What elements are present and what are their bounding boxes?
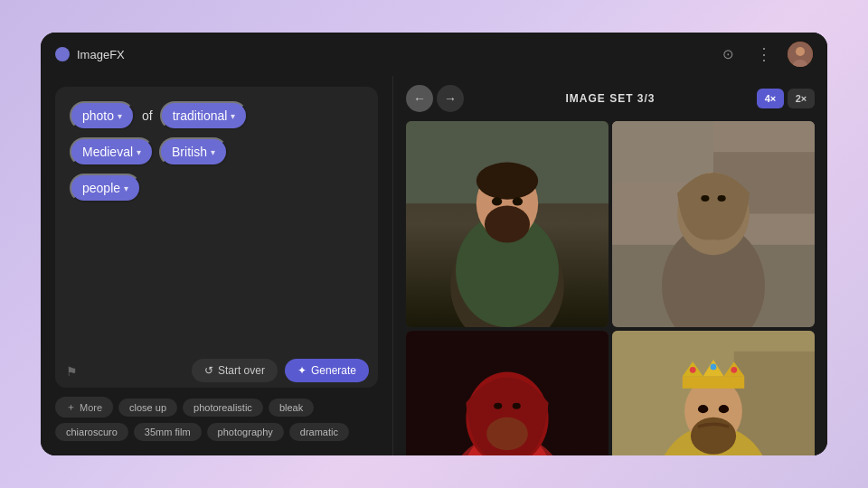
main-content: photo ▾ of traditional ▾ Medieval ▾	[41, 76, 827, 455]
chip-medieval[interactable]: Medieval ▾	[70, 137, 154, 166]
start-over-icon: ↺	[204, 364, 213, 377]
prompt-row-2: Medieval ▾ British ▾	[70, 137, 363, 166]
more-options-button[interactable]: ⋮	[751, 42, 777, 67]
help-button[interactable]: ⊙	[715, 42, 741, 67]
tags-row: ＋ More close up photorealistic bleak chi…	[55, 388, 378, 445]
app-title: ImageFX	[77, 48, 125, 61]
image-grid	[406, 121, 815, 455]
svg-point-1	[796, 47, 805, 56]
next-icon: →	[444, 91, 457, 106]
flag-button[interactable]: ⚑	[66, 364, 78, 379]
people-dropdown-icon: ▾	[124, 183, 128, 193]
photo-dropdown-icon: ▾	[118, 111, 122, 121]
svg-point-45	[698, 405, 708, 413]
start-over-button[interactable]: ↺ Start over	[192, 359, 278, 382]
image-3-content	[406, 331, 609, 455]
svg-point-9	[476, 163, 538, 200]
svg-point-27	[486, 418, 528, 450]
svg-point-46	[719, 405, 729, 413]
view-4x-button[interactable]: 4×	[757, 89, 784, 108]
image-4-content	[612, 331, 815, 455]
svg-point-12	[485, 205, 530, 242]
image-set-label: IMAGE SET 3/3	[565, 92, 655, 105]
svg-point-21	[718, 195, 726, 202]
right-panel: ← → IMAGE SET 3/3 4× 2×	[393, 76, 827, 455]
chip-photo[interactable]: photo ▾	[70, 101, 135, 130]
prompt-row-1: photo ▾ of traditional ▾	[70, 101, 363, 130]
header: ImageFX ⊙ ⋮	[41, 33, 827, 76]
tag-chiaroscuro[interactable]: chiaroscuro	[55, 423, 128, 441]
svg-point-11	[513, 197, 523, 205]
image-4[interactable]	[612, 331, 815, 455]
tag-35mm-film[interactable]: 35mm film	[134, 423, 202, 441]
tag-close-up[interactable]: close up	[118, 399, 177, 417]
image-2-content	[612, 121, 815, 327]
svg-point-43	[731, 367, 737, 373]
generate-button[interactable]: ✦ Generate	[285, 359, 369, 382]
svg-point-20	[701, 195, 709, 202]
prev-icon: ←	[413, 91, 426, 106]
help-icon: ⊙	[722, 46, 734, 62]
chip-traditional[interactable]: traditional ▾	[160, 101, 249, 130]
prompt-area: photo ▾ of traditional ▾ Medieval ▾	[55, 87, 378, 388]
flag-icon: ⚑	[66, 364, 78, 379]
svg-rect-15	[612, 121, 713, 183]
avatar[interactable]	[788, 42, 813, 67]
image-3[interactable]	[406, 331, 609, 455]
of-static: of	[140, 103, 155, 128]
image-1-content	[406, 121, 609, 327]
svg-point-28	[494, 403, 502, 409]
chip-people[interactable]: people ▾	[70, 174, 141, 202]
image-set-header: ← → IMAGE SET 3/3 4× 2×	[406, 85, 815, 112]
image-2[interactable]	[612, 121, 815, 327]
header-right: ⊙ ⋮	[715, 42, 813, 67]
tag-photography[interactable]: photography	[207, 423, 284, 441]
plus-icon: ＋	[66, 400, 76, 414]
view-2x-button[interactable]: 2×	[788, 89, 815, 108]
prompt-actions: ↺ Start over ✦ Generate	[192, 359, 369, 382]
avatar-image	[788, 42, 813, 67]
svg-point-10	[492, 197, 502, 205]
prompt-row-3: people ▾	[70, 174, 363, 202]
svg-point-41	[690, 367, 696, 373]
chip-british[interactable]: British ▾	[159, 137, 228, 166]
generate-icon: ✦	[297, 364, 307, 377]
more-icon: ⋮	[756, 44, 772, 64]
left-panel: photo ▾ of traditional ▾ Medieval ▾	[41, 76, 393, 455]
medieval-dropdown-icon: ▾	[137, 147, 141, 157]
svg-rect-37	[683, 376, 744, 389]
tag-photorealistic[interactable]: photorealistic	[183, 399, 263, 417]
svg-point-42	[711, 363, 717, 370]
tag-more[interactable]: ＋ More	[55, 397, 113, 418]
image-1[interactable]	[406, 121, 609, 327]
tag-bleak[interactable]: bleak	[269, 399, 314, 417]
next-button[interactable]: →	[437, 85, 464, 112]
header-left: ImageFX	[55, 47, 125, 61]
prev-button[interactable]: ←	[406, 85, 433, 112]
tag-dramatic[interactable]: dramatic	[289, 423, 349, 441]
view-toggle: 4× 2×	[757, 89, 815, 108]
traditional-dropdown-icon: ▾	[231, 111, 235, 121]
nav-buttons: ← →	[406, 85, 464, 112]
app-logo-icon	[55, 47, 70, 61]
app-window: ImageFX ⊙ ⋮	[41, 33, 827, 455]
svg-point-29	[513, 403, 521, 409]
british-dropdown-icon: ▾	[211, 147, 215, 157]
